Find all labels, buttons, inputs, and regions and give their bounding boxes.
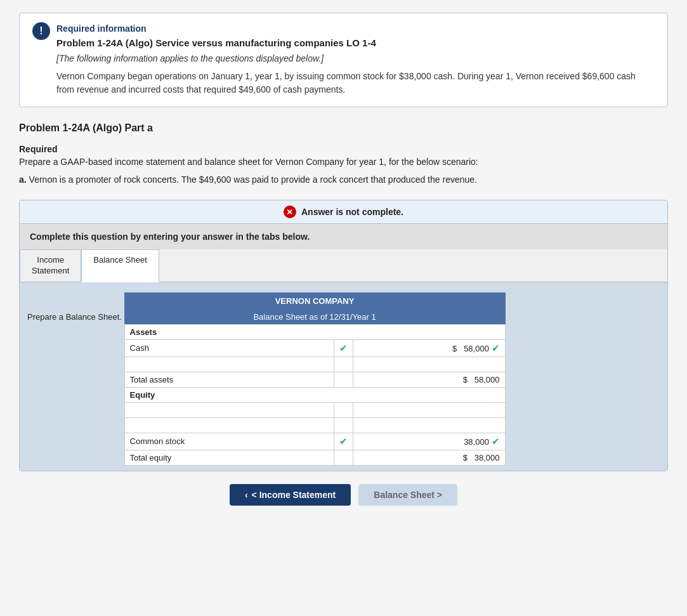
prev-button[interactable]: ‹ < Income Statement (230, 484, 351, 506)
empty-row-1 (124, 357, 505, 372)
next-button[interactable]: Balance Sheet > (358, 484, 457, 506)
cash-value: 58,000 (464, 344, 489, 353)
empty-row-2 (124, 402, 505, 417)
required-info-label: Required information (56, 23, 655, 34)
scenario-description: Vernon is a promoter of rock concerts. T… (29, 174, 477, 185)
problem-description: Vernon Company began operations on Janua… (56, 70, 655, 96)
prev-chevron-icon: ‹ (245, 490, 248, 500)
answer-box: ✕ Answer is not complete. Complete this … (19, 200, 668, 471)
complete-instruction-bar: Complete this question by entering your … (20, 224, 667, 249)
cash-value-check: ✔ (492, 343, 500, 353)
cash-label: Cash (124, 339, 334, 357)
total-assets-dollar: $ (463, 375, 468, 384)
cash-row: Cash ✔ $ 58,000 ✔ (124, 339, 505, 357)
empty-row-3 (124, 417, 505, 433)
incomplete-bar: ✕ Answer is not complete. (20, 200, 667, 224)
equity-label: Equity (124, 387, 505, 402)
common-stock-check: ✔ (334, 433, 353, 450)
common-stock-label: Common stock (124, 433, 334, 450)
complete-instruction-text: Complete this question by entering your … (30, 232, 310, 242)
info-problem-title: Problem 1-24A (Algo) Service versus manu… (56, 37, 655, 48)
part-title: Problem 1-24A (Algo) Part a (19, 122, 668, 134)
common-stock-value-check: ✔ (492, 436, 500, 447)
incomplete-text: Answer is not complete. (301, 207, 403, 217)
total-equity-value: 38,000 (474, 453, 500, 462)
cash-check-icon: ✔ (334, 339, 353, 357)
cash-dollar: $ (452, 344, 457, 353)
cash-amount-cell: $ 58,000 ✔ (353, 339, 505, 357)
balance-sheet-table: Assets Cash ✔ $ 58,000 ✔ Total (124, 324, 506, 466)
total-assets-value: 58,000 (474, 375, 500, 384)
assets-label: Assets (124, 324, 505, 339)
prepare-text: Prepare a GAAP-based income statement an… (19, 157, 668, 167)
bs-company-name: VERNON COMPANY (124, 292, 506, 310)
next-button-label: Balance Sheet > (374, 490, 442, 500)
balance-sheet-table-wrapper: VERNON COMPANY Balance Sheet as of 12/31… (124, 292, 506, 466)
nav-buttons: ‹ < Income Statement Balance Sheet > (19, 484, 668, 506)
info-content: Required information Problem 1-24A (Algo… (56, 23, 655, 96)
scenario-label: a. (19, 174, 27, 185)
tab-content-area: Prepare a Balance Sheet. VERNON COMPANY … (20, 282, 667, 471)
info-box: ! Required information Problem 1-24A (Al… (19, 13, 668, 107)
common-stock-value: 38,000 (464, 437, 489, 447)
scenario-text: a. Vernon is a promoter of rock concerts… (19, 174, 668, 185)
common-stock-row: Common stock ✔ 38,000 ✔ (124, 433, 505, 450)
total-equity-label: Total equity (124, 450, 334, 465)
tabs-row: IncomeStatement Balance Sheet (20, 249, 667, 282)
total-equity-amount-cell: $ 38,000 (353, 450, 505, 465)
total-assets-row: Total assets $ 58,000 (124, 372, 505, 387)
tab-income-statement[interactable]: IncomeStatement (20, 249, 81, 282)
total-assets-amount-cell: $ 58,000 (353, 372, 505, 387)
italic-note: [The following information applies to th… (56, 53, 655, 63)
tab-balance-sheet[interactable]: Balance Sheet (81, 249, 159, 282)
tab-instruction: Prepare a Balance Sheet. (27, 312, 122, 322)
prev-button-label: < Income Statement (252, 490, 336, 500)
error-icon: ✕ (284, 206, 296, 218)
bs-title: Balance Sheet as of 12/31/Year 1 (124, 310, 506, 324)
exclamation-icon: ! (32, 22, 50, 40)
common-stock-amount-cell: 38,000 ✔ (353, 433, 505, 450)
total-assets-label: Total assets (124, 372, 334, 387)
total-equity-row: Total equity $ 38,000 (124, 450, 505, 465)
required-label: Required (19, 144, 668, 154)
total-equity-dollar: $ (463, 453, 468, 462)
